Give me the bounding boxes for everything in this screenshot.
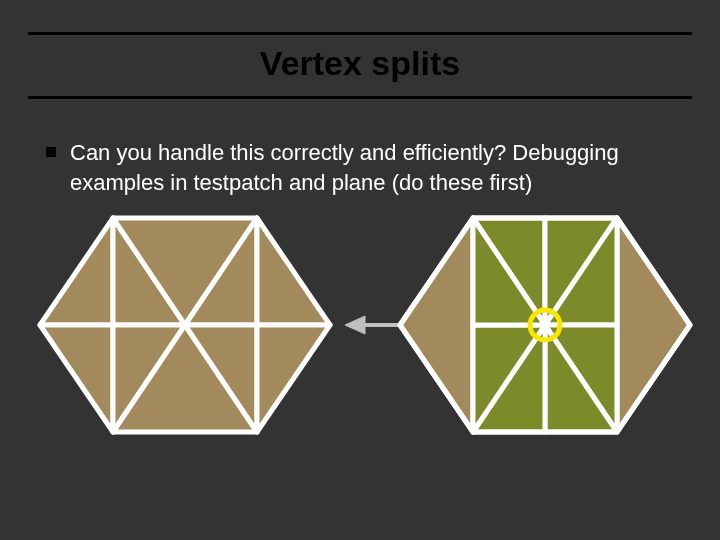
right-hexagon (400, 218, 690, 432)
figure (0, 215, 720, 475)
hexagons-svg (0, 215, 720, 475)
title-rule-top (28, 32, 692, 35)
slide-title: Vertex splits (0, 44, 720, 83)
bullet-text: Can you handle this correctly and effici… (70, 138, 680, 197)
bullet-item: Can you handle this correctly and effici… (46, 138, 680, 197)
svg-marker-19 (400, 218, 473, 432)
bullet-icon (46, 147, 56, 157)
title-rule-bottom (28, 96, 692, 99)
slide: Vertex splits Can you handle this correc… (0, 0, 720, 540)
svg-marker-20 (617, 218, 690, 432)
